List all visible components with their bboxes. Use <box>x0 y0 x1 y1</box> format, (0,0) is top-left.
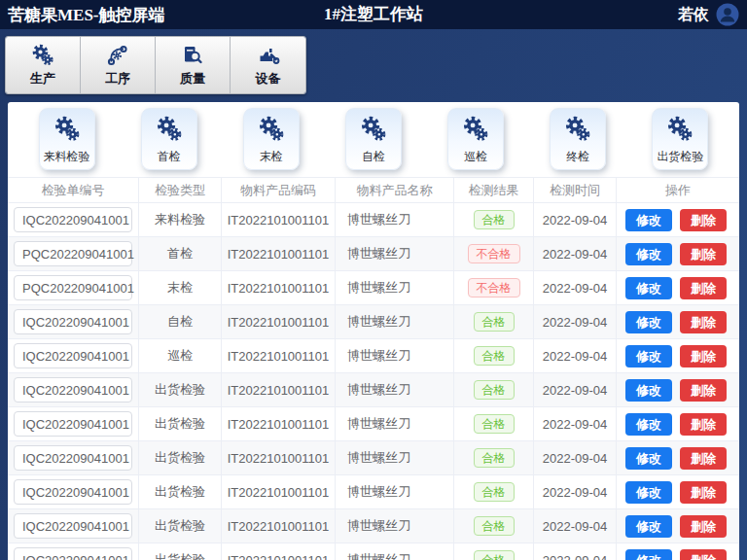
edit-button[interactable]: 修改 <box>625 413 672 436</box>
material-code-cell: IT2022101001101 <box>222 407 336 440</box>
edit-button[interactable]: 修改 <box>625 481 672 504</box>
result-badge: 合格 <box>474 210 515 229</box>
tab-first-inspection[interactable]: 首检 <box>141 108 197 170</box>
order-no-input[interactable]: IQC202209041001 <box>14 547 132 560</box>
tab-label: 首检 <box>158 149 181 165</box>
inspection-type-cell: 来料检验 <box>139 203 222 236</box>
material-code-cell: IT2022101001101 <box>222 373 336 406</box>
table-row: IQC202209041001 出货检验 IT2022101001101 博世螺… <box>8 509 739 543</box>
order-no-input[interactable]: IQC202209041001 <box>14 411 132 437</box>
tab-label: 自检 <box>362 149 385 165</box>
tab-self-inspection[interactable]: 自检 <box>345 108 402 170</box>
material-name-cell: 博世螺丝刀 <box>336 475 454 508</box>
date-cell: 2022-09-04 <box>534 509 617 542</box>
order-no-input[interactable]: IQC202209041001 <box>14 377 132 402</box>
col-actions: 操作 <box>617 178 739 202</box>
order-no-input[interactable]: PQC202209041001 <box>14 241 132 266</box>
delete-button[interactable]: 删除 <box>680 311 727 333</box>
result-badge: 合格 <box>474 550 515 560</box>
tab-outgoing-inspection[interactable]: 出货检验 <box>652 108 708 170</box>
app-title: 苦糖果MES-触控屏端 <box>8 4 165 26</box>
toolbar-item-quality[interactable]: 质量 <box>156 37 231 93</box>
order-no-input[interactable]: IQC202209041001 <box>14 513 132 539</box>
edit-button[interactable]: 修改 <box>625 549 672 560</box>
delete-button[interactable]: 删除 <box>680 515 727 538</box>
result-badge: 合格 <box>474 448 515 468</box>
date-cell: 2022-09-04 <box>534 475 617 508</box>
inspection-type-cell: 出货检验 <box>139 441 222 474</box>
material-code-cell: IT2022101001101 <box>222 339 336 372</box>
top-bar: 苦糖果MES-触控屏端 1#注塑工作站 若依 <box>0 0 747 29</box>
station-title: 1#注塑工作站 <box>324 0 423 29</box>
delete-button[interactable]: 删除 <box>680 209 727 231</box>
delete-button[interactable]: 删除 <box>680 345 727 368</box>
toolbar-item-production[interactable]: 生产 <box>6 37 81 93</box>
col-date: 检测时间 <box>534 178 617 202</box>
table-body: IQC202209041001 来料检验 IT2022101001101 博世螺… <box>8 203 739 560</box>
gears-icon <box>156 116 183 143</box>
result-badge: 合格 <box>474 380 515 400</box>
table-row: IQC202209041001 来料检验 IT2022101001101 博世螺… <box>8 203 739 237</box>
toolbar-item-label: 质量 <box>180 70 205 88</box>
order-no-input[interactable]: IQC202209041001 <box>14 343 132 368</box>
user-avatar-icon[interactable] <box>716 3 739 26</box>
delete-button[interactable]: 删除 <box>680 243 727 265</box>
delete-button[interactable]: 删除 <box>680 413 727 436</box>
delete-button[interactable]: 删除 <box>680 447 727 470</box>
material-name-cell: 博世螺丝刀 <box>336 271 454 304</box>
date-cell: 2022-09-04 <box>534 543 617 560</box>
edit-button[interactable]: 修改 <box>625 379 672 402</box>
delete-button[interactable]: 删除 <box>680 379 727 402</box>
inspection-type-cell: 出货检验 <box>139 509 222 542</box>
gears-icon <box>258 116 285 143</box>
col-material-name: 物料产品名称 <box>336 178 454 202</box>
toolbar-item-label: 工序 <box>105 70 130 88</box>
tab-label: 来料检验 <box>44 149 90 165</box>
result-badge: 合格 <box>474 414 515 434</box>
material-code-cell: IT2022101001101 <box>222 475 336 508</box>
table-row: IQC202209041001 出货检验 IT2022101001101 博世螺… <box>8 543 739 560</box>
process-route-icon <box>106 44 129 67</box>
material-code-cell: IT2022101001101 <box>222 203 336 236</box>
toolbar-item-label: 设备 <box>256 70 281 88</box>
delete-button[interactable]: 删除 <box>680 277 727 299</box>
order-no-input[interactable]: IQC202209041001 <box>14 479 132 505</box>
main-panel: 来料检验 首检 末检 自检 巡检 终检 出货检验 检验单编号 检验类型 <box>8 102 739 560</box>
toolbar-item-process[interactable]: 工序 <box>81 37 156 93</box>
inspection-type-cell: 首检 <box>139 237 222 270</box>
order-no-input[interactable]: IQC202209041001 <box>14 445 132 471</box>
delete-button[interactable]: 删除 <box>680 549 727 560</box>
toolbar-item-equipment[interactable]: 设备 <box>231 37 305 93</box>
date-cell: 2022-09-04 <box>534 339 617 372</box>
tab-incoming-inspection[interactable]: 来料检验 <box>39 108 95 170</box>
inspection-type-cell: 自检 <box>139 305 222 338</box>
result-badge: 合格 <box>474 346 515 366</box>
user-area[interactable]: 若依 <box>678 3 739 26</box>
edit-button[interactable]: 修改 <box>625 515 672 538</box>
order-no-input[interactable]: PQC202209041001 <box>14 275 132 300</box>
delete-button[interactable]: 删除 <box>680 481 727 504</box>
edit-button[interactable]: 修改 <box>625 209 672 231</box>
order-no-input[interactable]: IQC202209041001 <box>14 207 132 232</box>
tab-label: 出货检验 <box>657 149 703 165</box>
gears-icon <box>564 116 591 143</box>
material-name-cell: 博世螺丝刀 <box>336 305 454 338</box>
table-row: IQC202209041001 出货检验 IT2022101001101 博世螺… <box>8 441 739 475</box>
table-row: PQC202209041001 末检 IT2022101001101 博世螺丝刀… <box>8 271 739 305</box>
table-row: IQC202209041001 出货检验 IT2022101001101 博世螺… <box>8 407 739 441</box>
edit-button[interactable]: 修改 <box>625 243 672 265</box>
tab-last-inspection[interactable]: 末检 <box>243 108 300 170</box>
edit-button[interactable]: 修改 <box>625 277 672 299</box>
col-order-no: 检验单编号 <box>8 178 139 202</box>
edit-button[interactable]: 修改 <box>625 345 672 368</box>
material-code-cell: IT2022101001101 <box>222 543 336 560</box>
edit-button[interactable]: 修改 <box>625 311 672 333</box>
tab-final-inspection[interactable]: 终检 <box>550 108 606 170</box>
material-code-cell: IT2022101001101 <box>222 441 336 474</box>
material-code-cell: IT2022101001101 <box>222 509 336 542</box>
material-name-cell: 博世螺丝刀 <box>336 339 454 372</box>
order-no-input[interactable]: IQC202209041001 <box>14 309 132 334</box>
edit-button[interactable]: 修改 <box>625 447 672 470</box>
tab-patrol-inspection[interactable]: 巡检 <box>447 108 504 170</box>
equipment-machine-icon <box>257 44 280 67</box>
